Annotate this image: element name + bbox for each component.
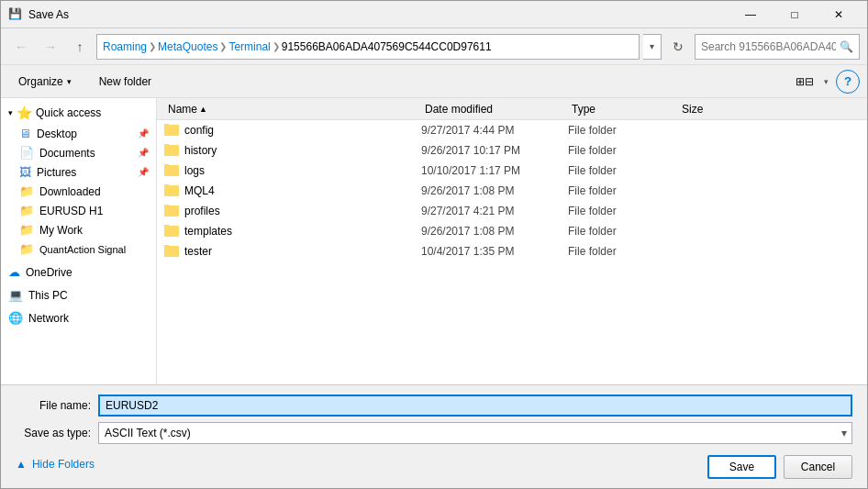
col-header-name[interactable]: Name ▲: [164, 103, 421, 116]
sidebar-item-network[interactable]: 🌐 Network: [1, 308, 156, 328]
mywork-label: My Work: [39, 224, 83, 237]
file-type: File folder: [568, 245, 678, 258]
file-date: 9/27/2017 4:44 PM: [421, 124, 568, 137]
hide-folders-toggle[interactable]: ▲ Hide Folders: [16, 454, 95, 474]
folder-icon: [164, 206, 179, 217]
folder-icon: [164, 226, 179, 237]
table-row[interactable]: MQL4 9/26/2017 1:08 PM File folder: [157, 181, 867, 201]
filename-row: File name:: [16, 395, 852, 417]
folder-icon: [164, 246, 179, 257]
cancel-button[interactable]: Cancel: [784, 455, 852, 479]
sidebar-item-downloaded[interactable]: 📁 Downloaded: [1, 182, 156, 201]
file-type: File folder: [568, 225, 678, 238]
file-list: Name ▲ Date modified Type Size config: [157, 98, 867, 384]
path-segment-1: MetaQuotes: [158, 40, 217, 53]
table-row[interactable]: logs 10/10/2017 1:17 PM File folder: [157, 161, 867, 181]
savetype-select[interactable]: ASCII Text (*.csv): [98, 422, 852, 444]
savetype-row: Save as type: ASCII Text (*.csv): [16, 422, 852, 444]
quantaction-folder-icon: 📁: [19, 242, 34, 256]
window-title: Save As: [28, 8, 729, 21]
path-arrow-1: ❯: [219, 41, 227, 51]
folder-icon: [164, 145, 179, 156]
address-dropdown[interactable]: ▾: [643, 34, 662, 60]
file-name: templates: [184, 225, 232, 238]
window-controls: — □ ✕: [729, 1, 860, 28]
onedrive-icon: ☁: [8, 265, 20, 279]
desktop-label: Desktop: [37, 128, 77, 140]
file-date: 9/27/2017 4:21 PM: [421, 205, 568, 217]
file-type: File folder: [568, 164, 678, 177]
bottom-panel: File name: Save as type: ASCII Text (*.c…: [1, 384, 867, 488]
organize-arrow-icon: ▾: [67, 77, 72, 86]
mywork-folder-icon: 📁: [19, 223, 34, 237]
sidebar-item-documents[interactable]: 📄 Documents 📌: [1, 143, 156, 162]
hide-folders-label: Hide Folders: [32, 458, 95, 471]
save-as-dialog: 💾 Save As — □ ✕ ← → ↑ Roaming ❯ MetaQuot…: [0, 0, 868, 489]
file-type: File folder: [568, 184, 678, 197]
folder-icon: [164, 165, 179, 176]
new-folder-button[interactable]: New folder: [89, 70, 161, 94]
file-rows-container: config 9/27/2017 4:44 PM File folder his…: [157, 120, 867, 261]
forward-button[interactable]: →: [38, 34, 63, 60]
table-row[interactable]: tester 10/4/2017 1:35 PM File folder: [157, 241, 867, 261]
table-row[interactable]: history 9/26/2017 10:17 PM File folder: [157, 140, 867, 161]
sidebar-item-thispc[interactable]: 💻 This PC: [1, 285, 156, 305]
col-header-date[interactable]: Date modified: [421, 103, 568, 116]
maximize-button[interactable]: □: [773, 1, 816, 28]
folder-icon: [164, 125, 179, 136]
minimize-button[interactable]: —: [729, 1, 772, 28]
address-path[interactable]: Roaming ❯ MetaQuotes ❯ Terminal ❯ 915566…: [96, 34, 640, 60]
refresh-button[interactable]: ↻: [665, 34, 691, 60]
sidebar-item-eurusd[interactable]: 📁 EURUSD H1: [1, 201, 156, 220]
bottom-buttons: Save Cancel: [707, 455, 852, 479]
save-button[interactable]: Save: [707, 455, 776, 479]
organize-button[interactable]: Organize ▾: [8, 70, 82, 94]
pictures-icon: 🖼: [19, 165, 31, 179]
view-options-button[interactable]: ⊞⊟: [793, 70, 817, 94]
sidebar-item-desktop[interactable]: 🖥 Desktop 📌: [1, 124, 156, 143]
path-arrow-2: ❯: [273, 41, 280, 51]
address-bar: ← → ↑ Roaming ❯ MetaQuotes ❯ Terminal ❯ …: [1, 28, 867, 65]
sort-arrow-icon: ▲: [199, 105, 207, 114]
col-header-type[interactable]: Type: [568, 103, 678, 116]
file-type: File folder: [568, 144, 678, 157]
sidebar-section-thispc: 💻 This PC: [1, 285, 156, 305]
toolbar: Organize ▾ New folder ⊞⊟ ▾ ?: [1, 65, 867, 98]
filename-input[interactable]: [98, 395, 852, 417]
table-row[interactable]: config 9/27/2017 4:44 PM File folder: [157, 120, 867, 140]
downloaded-label: Downloaded: [39, 185, 101, 198]
file-name: profiles: [184, 205, 220, 217]
file-name: config: [184, 124, 214, 137]
sidebar-quickaccess-header[interactable]: ▾ ⭐ Quick access: [1, 102, 156, 124]
sidebar-item-quantaction[interactable]: 📁 QuantAction Signal: [1, 239, 156, 259]
pin-icon: 📌: [138, 128, 149, 139]
search-input[interactable]: [701, 40, 836, 53]
file-date: 10/10/2017 1:17 PM: [421, 164, 568, 177]
back-button[interactable]: ←: [8, 34, 34, 60]
path-segment-2: Terminal: [228, 40, 270, 53]
table-row[interactable]: profiles 9/27/2017 4:21 PM File folder: [157, 201, 867, 221]
quantaction-label: QuantAction Signal: [39, 244, 126, 255]
organize-label: Organize: [18, 75, 63, 88]
table-row[interactable]: templates 9/26/2017 1:08 PM File folder: [157, 221, 867, 241]
up-button[interactable]: ↑: [67, 34, 93, 60]
help-button[interactable]: ?: [836, 70, 860, 94]
file-date: 9/26/2017 1:08 PM: [421, 184, 568, 197]
sidebar-item-mywork[interactable]: 📁 My Work: [1, 220, 156, 239]
downloaded-folder-icon: 📁: [19, 184, 34, 198]
close-button[interactable]: ✕: [818, 1, 860, 28]
new-folder-label: New folder: [99, 75, 151, 88]
sidebar-item-pictures[interactable]: 🖼 Pictures 📌: [1, 162, 156, 182]
window-icon: 💾: [8, 7, 23, 22]
sidebar-item-onedrive[interactable]: ☁ OneDrive: [1, 262, 156, 282]
network-label: Network: [28, 312, 69, 325]
search-box[interactable]: 🔍: [695, 34, 860, 60]
network-icon: 🌐: [8, 311, 23, 325]
file-name: history: [184, 144, 217, 157]
col-header-size[interactable]: Size: [678, 103, 751, 116]
desktop-icon: 🖥: [19, 127, 31, 140]
file-date: 10/4/2017 1:35 PM: [421, 245, 568, 258]
file-date: 9/26/2017 10:17 PM: [421, 144, 568, 157]
file-name: MQL4: [184, 184, 215, 197]
quickaccess-label: Quick access: [36, 106, 101, 119]
